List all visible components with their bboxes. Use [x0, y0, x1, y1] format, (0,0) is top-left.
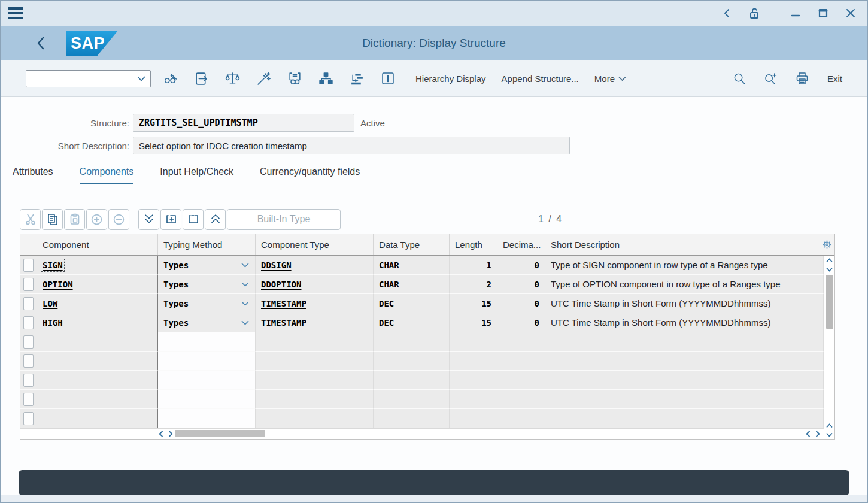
row-checkbox[interactable] — [23, 297, 34, 310]
status-badge: Active — [360, 118, 385, 128]
cell-decimals: 0 — [497, 313, 545, 332]
tab-currency-quantity-fields[interactable]: Currency/quantity fields — [260, 166, 360, 184]
copy-button[interactable] — [42, 209, 63, 230]
hierarchy-display-button[interactable]: Hierarchy Display — [415, 74, 486, 84]
horizontal-scroll-thumb[interactable] — [175, 430, 265, 437]
built-in-type-button[interactable]: Built-In Type — [227, 209, 341, 230]
cell-component[interactable]: HIGH — [37, 313, 158, 332]
header-select-column — [20, 234, 37, 255]
row-checkbox[interactable] — [23, 412, 34, 425]
cell-data-type: DEC — [374, 294, 450, 313]
table-row: OPTION Types DDOPTION CHAR 2 0 Type of O… — [20, 275, 824, 294]
navigation-stack-icon — [350, 71, 365, 86]
cell-short-description: UTC Time Stamp in Short Form (YYYYMMDDhh… — [545, 294, 824, 313]
tab-input-help-check[interactable]: Input Help/Check — [160, 166, 233, 184]
row-checkbox[interactable] — [23, 374, 34, 387]
back-icon[interactable] — [720, 6, 734, 20]
print-icon — [795, 71, 809, 86]
row-checkbox[interactable] — [23, 393, 34, 406]
transport-icon — [194, 71, 209, 86]
header-component[interactable]: Component — [37, 234, 158, 255]
tab-attributes[interactable]: Attributes — [13, 166, 53, 184]
header-decimals[interactable]: Decima... — [497, 234, 545, 255]
scroll-left-icon — [159, 431, 163, 437]
cell-component-type[interactable]: TIMESTAMP — [256, 313, 374, 332]
activate-button[interactable] — [251, 66, 275, 90]
search-next-button[interactable] — [759, 66, 783, 90]
paste-button[interactable] — [64, 209, 85, 230]
horizontal-scrollbar[interactable] — [20, 428, 824, 439]
short-description-field[interactable]: Select option for IDOC creation timestam… — [133, 137, 570, 154]
vertical-scroll-thumb[interactable] — [826, 275, 833, 329]
settings-icon[interactable] — [822, 240, 832, 252]
header-length[interactable]: Length — [450, 234, 497, 255]
page-up-icon — [210, 213, 221, 225]
more-button[interactable]: More — [594, 74, 626, 84]
info-button[interactable] — [376, 66, 400, 90]
cell-component-type[interactable]: DDOPTION — [256, 275, 374, 294]
page-up-button[interactable] — [205, 209, 226, 230]
header-data-type[interactable]: Data Type — [374, 234, 450, 255]
search-button[interactable] — [728, 66, 752, 90]
dropdown-icon — [241, 282, 249, 287]
remove-row-button[interactable] — [108, 209, 129, 230]
delete-row-button[interactable] — [183, 209, 204, 230]
footer-zone — [1, 460, 867, 502]
menu-icon[interactable] — [5, 3, 29, 23]
structure-field[interactable]: ZRGTITS_SEL_UPDTIMSTMP — [133, 114, 354, 132]
cell-length: 15 — [450, 294, 497, 313]
cell-decimals: 0 — [497, 294, 545, 313]
table-row-empty — [20, 332, 824, 352]
command-field[interactable] — [26, 70, 151, 87]
exit-button[interactable]: Exit — [827, 74, 842, 84]
header-typing-method[interactable]: Typing Method — [158, 234, 256, 255]
row-checkbox[interactable] — [23, 316, 34, 329]
close-icon[interactable] — [843, 6, 858, 20]
cell-component-type[interactable]: TIMESTAMP — [256, 294, 374, 313]
add-row-button[interactable] — [86, 209, 107, 230]
search-next-icon — [764, 72, 778, 86]
transport-button[interactable] — [189, 66, 213, 90]
main-toolbar: Hierarchy Display Append Structure... Mo… — [1, 60, 867, 97]
maximize-icon[interactable] — [816, 6, 830, 20]
vertical-scrollbar[interactable] — [824, 256, 834, 439]
unlock-icon[interactable] — [747, 6, 761, 20]
header-short-description[interactable]: Short Description — [545, 234, 834, 255]
row-checkbox[interactable] — [23, 354, 34, 368]
cell-component[interactable]: SIGN — [37, 256, 158, 275]
scroll-down-icon — [826, 267, 833, 272]
cell-component[interactable]: OPTION — [37, 275, 158, 294]
consistency-check-button[interactable] — [220, 66, 244, 90]
activate-icon — [256, 71, 271, 86]
scroll-down-icon — [826, 432, 833, 437]
row-checkbox[interactable] — [23, 335, 34, 349]
insert-row-button[interactable] — [160, 209, 181, 230]
row-checkbox[interactable] — [23, 259, 34, 272]
table-row: LOW Types TIMESTAMP DEC 15 0 UTC Time St… — [20, 294, 824, 313]
minimize-icon[interactable] — [788, 6, 803, 20]
navigation-stack-button[interactable] — [345, 66, 369, 90]
cell-typing-method[interactable]: Types — [158, 256, 256, 275]
where-used-button[interactable] — [283, 66, 306, 90]
header-component-type[interactable]: Component Type — [256, 234, 374, 255]
where-used-icon — [287, 71, 302, 86]
page-down-button[interactable] — [138, 209, 159, 230]
display-change-button[interactable] — [158, 66, 182, 90]
append-structure-button[interactable]: Append Structure... — [502, 74, 579, 84]
cell-typing-method[interactable]: Types — [158, 275, 256, 294]
table-row: SIGN Types DDSIGN CHAR 1 0 Type of SIGN … — [20, 256, 824, 275]
structure-label: Structure: — [1, 118, 129, 128]
cell-typing-method[interactable]: Types — [158, 294, 256, 313]
cell-component-type[interactable]: DDSIGN — [256, 256, 374, 275]
tab-components[interactable]: Components — [80, 166, 134, 184]
cell-length: 2 — [450, 275, 497, 294]
cut-button[interactable] — [20, 209, 41, 230]
page-title: Dictionary: Display Structure — [1, 37, 867, 50]
table-row-empty — [20, 390, 824, 409]
delete-row-icon — [187, 213, 199, 225]
cell-component[interactable]: LOW — [37, 294, 158, 313]
print-button[interactable] — [790, 66, 814, 90]
cell-typing-method[interactable]: Types — [158, 313, 256, 332]
hierarchy-button[interactable] — [314, 66, 338, 90]
row-checkbox[interactable] — [23, 278, 34, 291]
